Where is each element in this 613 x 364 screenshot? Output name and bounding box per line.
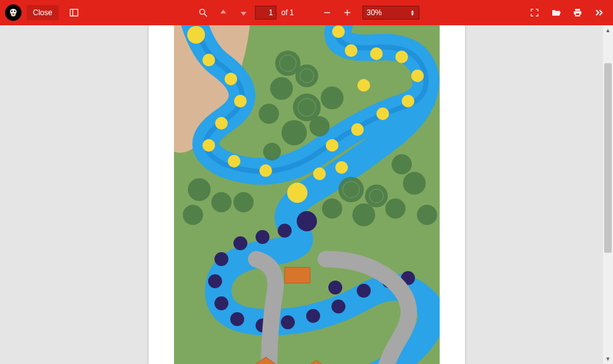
svg-point-67 [417, 205, 437, 225]
svg-point-19 [202, 139, 215, 152]
svg-point-58 [309, 116, 330, 136]
print-button[interactable] [569, 4, 586, 21]
svg-point-36 [278, 224, 292, 238]
scroll-thumb[interactable] [604, 63, 612, 253]
minus-icon [322, 8, 332, 18]
svg-point-71 [233, 192, 254, 212]
svg-point-16 [225, 73, 237, 85]
svg-point-70 [183, 205, 203, 225]
svg-point-65 [403, 172, 426, 195]
svg-point-45 [306, 309, 320, 323]
svg-point-60 [338, 177, 364, 202]
svg-point-27 [376, 107, 389, 120]
svg-point-69 [211, 192, 232, 212]
svg-point-68 [188, 178, 211, 201]
search-icon [197, 8, 207, 18]
svg-point-20 [228, 155, 240, 167]
svg-point-15 [202, 54, 215, 66]
folder-open-icon [551, 8, 561, 18]
svg-point-34 [357, 79, 370, 92]
arrow-up-icon [218, 8, 228, 18]
presentation-button[interactable] [526, 4, 543, 21]
svg-point-46 [331, 300, 345, 313]
scroll-up-button[interactable]: ▲ [603, 25, 613, 35]
find-button[interactable] [194, 4, 211, 21]
svg-point-23 [313, 167, 326, 180]
app-logo [5, 4, 22, 21]
page-count-label: of 1 [281, 8, 294, 17]
svg-point-57 [282, 120, 307, 145]
svg-point-3 [11, 11, 13, 12]
svg-point-4 [14, 11, 15, 12]
svg-point-63 [385, 198, 406, 219]
svg-point-61 [365, 185, 388, 207]
svg-point-31 [370, 47, 383, 60]
svg-point-35 [297, 211, 317, 231]
svg-point-18 [215, 117, 228, 130]
svg-point-26 [351, 123, 364, 136]
zoom-value-label: 30% [367, 8, 382, 17]
zoom-select[interactable]: 30% ▲▼ [362, 6, 419, 20]
svg-point-64 [322, 198, 342, 219]
svg-point-17 [234, 95, 247, 107]
sidebar-icon [69, 8, 79, 18]
open-file-button[interactable] [547, 4, 565, 21]
chevron-double-right-icon [594, 8, 604, 18]
print-icon [573, 8, 583, 18]
svg-rect-77 [285, 267, 310, 283]
svg-point-39 [214, 252, 228, 266]
select-arrows-icon: ▲▼ [411, 9, 415, 16]
svg-point-48 [357, 284, 371, 298]
svg-point-59 [263, 143, 281, 161]
svg-point-22 [287, 183, 307, 203]
svg-point-37 [256, 230, 269, 244]
svg-point-44 [281, 315, 295, 329]
center-controls: of 1 30% ▲▼ [194, 0, 419, 25]
pdf-page [149, 25, 465, 364]
svg-point-32 [345, 44, 357, 57]
svg-line-9 [204, 14, 206, 16]
svg-rect-10 [324, 12, 330, 13]
svg-point-62 [352, 203, 375, 226]
pdf-toolbar: Close of 1 30% ▲▼ [0, 0, 613, 25]
svg-point-33 [332, 25, 345, 38]
plus-icon [342, 8, 352, 18]
svg-point-21 [259, 164, 272, 177]
svg-point-53 [270, 77, 293, 100]
svg-point-30 [395, 51, 408, 63]
zoom-out-button[interactable] [318, 4, 336, 21]
svg-point-24 [335, 161, 348, 174]
page-number-input[interactable] [254, 6, 276, 20]
svg-point-8 [199, 9, 204, 15]
next-page-button[interactable] [234, 4, 252, 21]
scroll-down-button[interactable]: ▼ [603, 354, 613, 364]
svg-point-56 [259, 104, 279, 124]
close-button[interactable]: Close [27, 5, 59, 20]
tools-button[interactable] [590, 4, 608, 21]
svg-point-47 [328, 281, 342, 294]
prev-page-button[interactable] [214, 4, 232, 21]
svg-point-42 [230, 312, 244, 326]
svg-point-40 [208, 274, 222, 288]
svg-rect-12 [347, 9, 347, 15]
svg-point-55 [321, 87, 344, 109]
monkey-icon [8, 7, 19, 18]
arrow-down-icon [238, 8, 248, 18]
svg-point-52 [295, 64, 318, 87]
svg-point-29 [411, 70, 424, 82]
svg-point-28 [402, 95, 414, 107]
svg-point-5 [13, 14, 14, 15]
svg-point-14 [187, 26, 205, 44]
svg-point-38 [233, 236, 247, 250]
svg-point-41 [214, 296, 228, 310]
zoom-in-button[interactable] [338, 4, 356, 21]
page-image [174, 25, 440, 364]
right-controls [526, 4, 608, 21]
sidebar-toggle-button[interactable] [65, 4, 83, 21]
svg-point-25 [326, 139, 338, 152]
svg-rect-6 [70, 9, 78, 16]
fullscreen-icon [529, 8, 540, 18]
vertical-scrollbar[interactable]: ▲ ▼ [603, 25, 613, 364]
document-viewport [0, 25, 613, 364]
svg-point-66 [392, 154, 412, 174]
